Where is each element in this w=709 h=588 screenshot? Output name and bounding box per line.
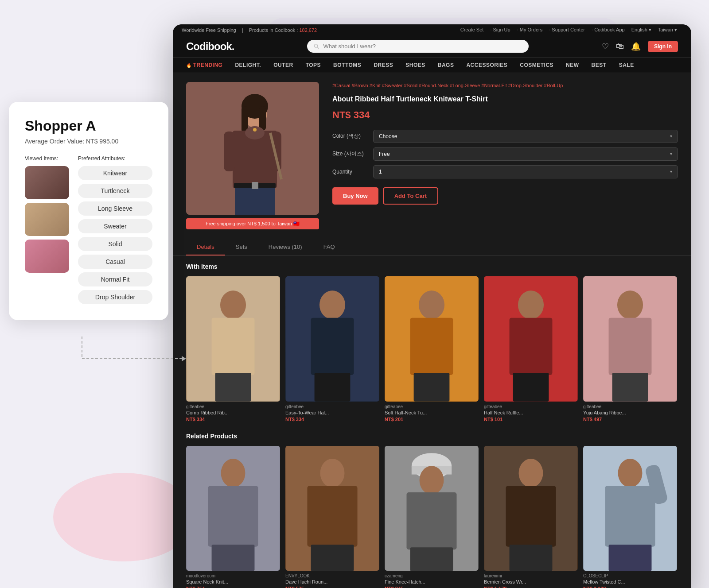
app-link[interactable]: · Codibook App <box>592 27 625 32</box>
svg-rect-43 <box>208 486 258 546</box>
related-3-svg <box>385 446 479 571</box>
related-item-2-image <box>285 446 379 571</box>
header-icons: ♡ 🛍 🔔 Sign in <box>602 41 678 52</box>
viewed-item-3[interactable] <box>25 240 69 273</box>
top-bar-left: Worldwide Free Shipping | Products in Co… <box>182 27 326 33</box>
nav-accessories[interactable]: ACCESSORIES <box>466 62 507 68</box>
create-set-link[interactable]: Create Set <box>460 27 484 32</box>
product-image-svg <box>186 82 319 215</box>
svg-rect-47 <box>307 486 357 546</box>
with-item-1-image <box>186 276 280 402</box>
nav-trending[interactable]: TRENDING <box>186 62 222 68</box>
with-item-5[interactable]: gifteabee Yuju Abang Ribbe... NT$ 497 <box>583 276 677 422</box>
nav-sale[interactable]: SALE <box>619 62 634 68</box>
attribute-turtleneck: Turtleneck <box>78 184 152 198</box>
with-item-1[interactable]: gifteabee Comb Ribbed Rib... NT$ 334 <box>186 276 280 422</box>
tab-faq[interactable]: FAQ <box>313 238 346 255</box>
nav-dress[interactable]: DRESS <box>374 62 393 68</box>
cart-icon[interactable]: 🛍 <box>616 42 624 51</box>
svg-rect-54 <box>410 547 453 571</box>
size-select[interactable]: Free ▾ <box>373 147 678 161</box>
region-selector[interactable]: Taiwan ▾ <box>658 27 677 32</box>
product-tags: #Casual #Brown #Knit #Sweater #Solid #Ro… <box>332 82 678 90</box>
svg-rect-23 <box>212 318 255 375</box>
add-to-cart-button[interactable]: Add To Cart <box>383 187 438 205</box>
product-image <box>186 82 319 215</box>
tab-details[interactable]: Details <box>186 238 225 255</box>
with-item-2[interactable]: gifteabee Easy-To-Wear Hal... NT$ 334 <box>285 276 379 422</box>
with-item-2-brand: gifteabee <box>285 404 379 409</box>
notification-icon[interactable]: 🔔 <box>631 42 641 51</box>
with-item-3[interactable]: gifteabee Soft Half-Neck Tu... NT$ 201 <box>385 276 479 422</box>
attribute-knitwear: Knitwear <box>78 166 152 180</box>
sign-up-link[interactable]: · Sign Up <box>490 27 510 32</box>
nav-shoes[interactable]: SHOES <box>405 62 425 68</box>
quantity-select[interactable]: 1 ▾ <box>373 165 678 178</box>
with-item-5-name: Yuju Abang Ribbe... <box>583 410 677 415</box>
nav-bottoms[interactable]: BOTTOMS <box>333 62 361 68</box>
with-item-4-brand: gifteabee <box>484 404 578 409</box>
color-select[interactable]: Choose ▾ <box>373 130 678 143</box>
svg-rect-24 <box>215 373 251 402</box>
related-item-3[interactable]: czameng Fine Knee-Hatch... NT$ 845 <box>385 446 479 588</box>
viewed-item-2[interactable] <box>25 203 69 236</box>
with-item-5-brand: gifteabee <box>583 404 677 409</box>
search-input[interactable] <box>323 43 522 50</box>
nav-cosmetics[interactable]: COSMETICS <box>520 62 553 68</box>
search-bar[interactable] <box>307 40 529 53</box>
product-count: 182,672 <box>299 27 317 33</box>
tab-sets[interactable]: Sets <box>225 238 258 255</box>
nav-outer[interactable]: OUTER <box>273 62 293 68</box>
buy-now-button[interactable]: Buy Now <box>332 187 378 205</box>
related-item-3-price: NT$ 845 <box>385 586 479 588</box>
attribute-tags-list: Knitwear Turtleneck Long Sleeve Sweater … <box>78 166 152 304</box>
related-item-4[interactable]: laurenimi Bernien Cross Wr... NT$ 1,179 <box>484 446 578 588</box>
with-item-4[interactable]: gifteabee Half Neck Ruffle... NT$ 101 <box>484 276 578 422</box>
with-item-3-img-svg <box>385 276 479 402</box>
with-item-5-price: NT$ 497 <box>583 417 677 422</box>
svg-rect-57 <box>506 486 556 546</box>
with-item-4-image <box>484 276 578 402</box>
svg-marker-2 <box>182 356 186 361</box>
tab-reviews[interactable]: Reviews (10) <box>258 238 313 255</box>
attribute-normal-fit: Normal Fit <box>78 272 152 286</box>
with-items-grid: gifteabee Comb Ribbed Rib... NT$ 334 gif… <box>186 276 678 422</box>
nav-best[interactable]: BEST <box>592 62 607 68</box>
wishlist-icon[interactable]: ♡ <box>602 42 609 51</box>
support-link[interactable]: · Support Center <box>549 27 585 32</box>
nav-tops[interactable]: TOPS <box>306 62 321 68</box>
svg-point-60 <box>618 459 643 487</box>
related-item-5[interactable]: CLOSECLIP Mellow Twisted C... NT$ 2,128 <box>583 446 677 588</box>
quantity-chevron-icon: ▾ <box>670 169 672 174</box>
color-label: Color (색상) <box>332 132 368 140</box>
attribute-drop-shoulder: Drop Shoulder <box>78 290 152 304</box>
viewed-item-1[interactable] <box>25 166 69 199</box>
size-label: Size (사이즈) <box>332 150 368 158</box>
related-item-1[interactable]: moodloveroom Square Neck Knit... NT$ 754 <box>186 446 280 588</box>
nav-bags[interactable]: BAGS <box>438 62 454 68</box>
related-item-5-name: Mellow Twisted C... <box>583 579 677 584</box>
related-item-2-price: NT$ 575 <box>285 586 379 588</box>
related-item-5-price: NT$ 2,128 <box>583 586 677 588</box>
with-item-2-name: Easy-To-Wear Hal... <box>285 410 379 415</box>
attribute-solid: Solid <box>78 237 152 251</box>
related-item-2[interactable]: ENVYLOOK Dave Hachi Roun... NT$ 575 <box>285 446 379 588</box>
nav-delight[interactable]: DELIGHT. <box>235 62 261 68</box>
with-items-section: With Items gifteabee Comb Ribbed Rib... … <box>173 256 691 429</box>
nav-new[interactable]: NEW <box>566 62 579 68</box>
quantity-label: Quantity <box>332 169 368 175</box>
svg-line-4 <box>317 47 319 49</box>
related-item-5-image <box>583 446 677 571</box>
svg-rect-48 <box>311 545 354 571</box>
related-item-4-brand: laurenimi <box>484 573 578 578</box>
related-item-4-price: NT$ 1,179 <box>484 586 578 588</box>
lang-selector[interactable]: English ▾ <box>631 27 651 32</box>
with-item-2-img-svg <box>285 276 379 402</box>
related-item-2-name: Dave Hachi Roun... <box>285 579 379 584</box>
svg-rect-10 <box>259 106 266 131</box>
size-chevron-icon: ▾ <box>670 151 672 156</box>
sign-in-button[interactable]: Sign in <box>648 41 678 52</box>
quantity-option-row: Quantity 1 ▾ <box>332 165 678 178</box>
svg-rect-58 <box>510 545 553 571</box>
my-orders-link[interactable]: · My Orders <box>517 27 542 32</box>
